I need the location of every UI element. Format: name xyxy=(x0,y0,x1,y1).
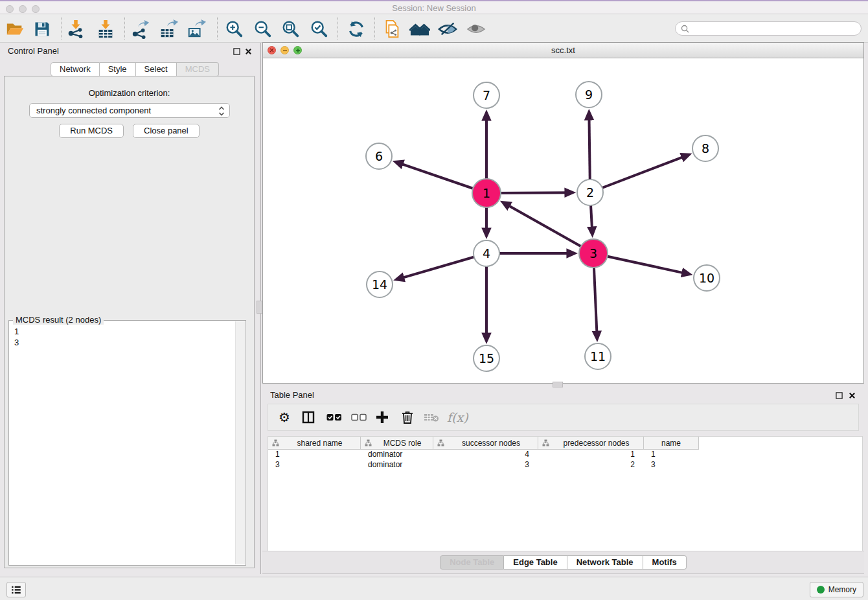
optimization-criterion-select[interactable]: strongly connected component xyxy=(29,103,230,118)
tab-motifs[interactable]: Motifs xyxy=(643,555,687,570)
graph-node-2[interactable]: 2 xyxy=(577,179,604,206)
toolbar-separator xyxy=(61,17,62,40)
toolbar-separator xyxy=(124,17,125,40)
export-network-icon[interactable] xyxy=(130,18,152,40)
table-panel-title: Table Panel xyxy=(270,390,314,400)
import-network-icon[interactable] xyxy=(65,18,87,40)
table-tabs: Node TableEdge TableNetwork TableMotifs xyxy=(262,551,864,573)
mcds-panel: Optimization criterion: strongly connect… xyxy=(4,76,255,568)
window-title: Session: New Session xyxy=(0,3,868,13)
settings-icon[interactable]: ⚙ xyxy=(279,404,290,430)
float-panel-icon[interactable] xyxy=(232,47,241,56)
result-line: 3 xyxy=(14,337,236,348)
cell-shared-name: 3 xyxy=(268,459,361,470)
network-canvas[interactable]: 7968124314101511 xyxy=(263,58,863,382)
result-line: 1 xyxy=(14,326,236,337)
cell-predecessor-nodes: 1 xyxy=(538,449,644,459)
mcds-result-box: MCDS result (2 nodes) 13 xyxy=(8,320,246,566)
tab-select[interactable]: Select xyxy=(136,62,177,76)
tab-node-table[interactable]: Node Table xyxy=(440,555,504,570)
float-panel-icon[interactable] xyxy=(834,391,843,400)
delete-column-icon[interactable] xyxy=(402,404,413,430)
show-all-views-icon[interactable] xyxy=(409,18,431,40)
select-all-icon[interactable] xyxy=(326,404,342,430)
deselect-all-icon[interactable] xyxy=(351,404,367,430)
export-table-icon[interactable] xyxy=(157,18,179,40)
control-panel-tabs: NetworkStyleSelectMCDS xyxy=(51,62,219,76)
memory-status-icon xyxy=(817,586,825,594)
cell-predecessor-nodes: 2 xyxy=(538,459,644,470)
column-header-shared-name[interactable]: shared name xyxy=(268,437,361,449)
refresh-view-icon[interactable] xyxy=(345,18,367,40)
tab-network-table[interactable]: Network Table xyxy=(567,555,643,570)
close-panel-icon[interactable] xyxy=(847,391,856,400)
column-header-predecessor-nodes[interactable]: predecessor nodes xyxy=(538,437,644,449)
column-header-name[interactable]: name xyxy=(644,437,699,449)
tab-mcds[interactable]: MCDS xyxy=(177,62,219,76)
zoom-out-icon[interactable] xyxy=(252,18,274,40)
delete-table-icon xyxy=(424,404,439,430)
task-history-button[interactable] xyxy=(6,582,26,597)
result-scrollbar[interactable] xyxy=(235,321,245,564)
hide-view-icon[interactable] xyxy=(437,18,459,40)
table-toolbar: ⚙ xyxy=(268,404,859,431)
search-input[interactable] xyxy=(692,23,851,34)
graph-node-9[interactable]: 9 xyxy=(575,81,602,108)
function-builder-icon: f(x) xyxy=(447,404,468,430)
graph-node-4[interactable]: 4 xyxy=(473,240,500,267)
control-panel-header: Control Panel xyxy=(0,43,259,60)
graph-node-7[interactable]: 7 xyxy=(473,82,500,109)
split-view-icon[interactable] xyxy=(302,404,315,430)
graph-node-8[interactable]: 8 xyxy=(692,135,719,162)
graph-node-10[interactable]: 10 xyxy=(693,264,720,292)
cell-successor-nodes: 3 xyxy=(433,459,538,470)
search-field[interactable] xyxy=(675,21,862,36)
memory-label: Memory xyxy=(828,585,856,594)
import-table-icon[interactable] xyxy=(95,18,117,40)
graph-node-14[interactable]: 14 xyxy=(366,271,393,298)
graph-node-3[interactable]: 3 xyxy=(578,238,608,268)
close-panel-button[interactable]: Close panel xyxy=(133,124,200,138)
zoom-in-icon[interactable] xyxy=(223,18,246,40)
column-header-mcds-role[interactable]: MCDS role xyxy=(361,437,433,449)
add-column-icon[interactable] xyxy=(376,404,389,430)
edge-2-8[interactable] xyxy=(590,155,688,192)
network-view-title: scc.txt xyxy=(263,45,863,55)
close-panel-icon[interactable] xyxy=(244,47,253,56)
memory-button[interactable]: Memory xyxy=(810,582,863,597)
graph-node-15[interactable]: 15 xyxy=(473,345,500,372)
control-panel: Control Panel NetworkStyleSelectMCDS Opt… xyxy=(0,43,259,574)
zoom-fit-icon[interactable] xyxy=(280,18,302,40)
tab-style[interactable]: Style xyxy=(100,62,136,76)
control-panel-title: Control Panel xyxy=(8,46,59,56)
application-window: Session: New Session xyxy=(0,0,868,600)
tab-edge-table[interactable]: Edge Table xyxy=(504,555,567,570)
node-table: shared nameMCDS rolesuccessor nodesprede… xyxy=(268,436,863,551)
save-session-icon[interactable] xyxy=(31,18,53,40)
column-header-successor-nodes[interactable]: successor nodes xyxy=(433,437,538,449)
optimization-criterion-label: Optimization criterion: xyxy=(5,88,254,98)
open-session-icon[interactable] xyxy=(4,18,26,40)
cell-name: 3 xyxy=(644,459,699,470)
table-header-row: shared nameMCDS rolesuccessor nodesprede… xyxy=(268,437,699,450)
tab-network[interactable]: Network xyxy=(51,62,100,76)
export-image-icon[interactable] xyxy=(185,18,207,40)
graph-node-6[interactable]: 6 xyxy=(365,143,393,170)
network-window-titlebar: scc.txt xyxy=(263,43,863,58)
graph-node-11[interactable]: 11 xyxy=(584,343,611,370)
mcds-result-list[interactable]: 13 xyxy=(9,322,236,565)
clone-network-view-icon[interactable] xyxy=(381,18,403,40)
toolbar-separator xyxy=(337,17,338,40)
table-row[interactable]: 1dominator411 xyxy=(268,449,699,459)
toolbar-separator xyxy=(374,17,375,40)
toolbar-separator xyxy=(217,17,218,40)
main-titlebar: Session: New Session xyxy=(0,0,868,14)
main-toolbar xyxy=(0,14,868,43)
graph-node-1[interactable]: 1 xyxy=(472,178,501,208)
selected-option: strongly connected component xyxy=(36,106,151,115)
run-mcds-button[interactable]: Run MCDS xyxy=(59,124,124,138)
show-view-icon[interactable] xyxy=(465,18,487,40)
zoom-selected-icon[interactable] xyxy=(308,18,330,40)
table-row[interactable]: 3dominator323 xyxy=(268,459,699,470)
cell-shared-name: 1 xyxy=(268,449,361,459)
